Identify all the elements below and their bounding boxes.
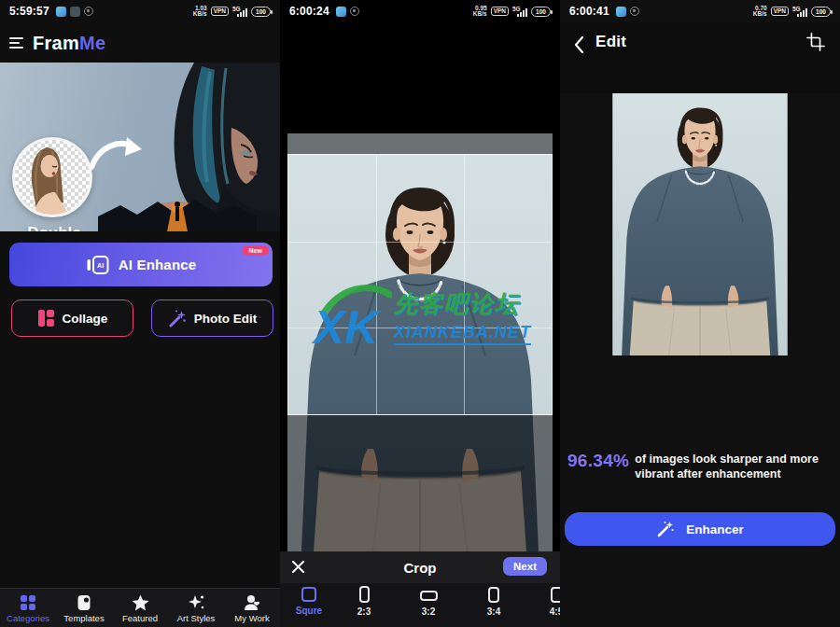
notification-app-icon <box>56 7 66 17</box>
banner-inset-circle <box>12 137 92 217</box>
collage-button[interactable]: Collage <box>11 300 133 337</box>
gear-icon <box>350 7 359 16</box>
close-icon[interactable] <box>291 560 305 574</box>
stat-text: of images look sharper and more vibrant … <box>635 452 834 481</box>
gear-icon <box>630 7 639 16</box>
ratio-2-3[interactable]: 2:3 <box>343 587 385 617</box>
watermark-site: XIANKEBA.NET <box>394 323 531 345</box>
svg-text:AI: AI <box>97 261 104 268</box>
collage-icon <box>37 309 55 327</box>
network-speed: 1.03KB/s <box>193 6 207 18</box>
menu-icon[interactable] <box>9 37 24 49</box>
bottom-nav: Categories Templates Featured <box>0 588 280 627</box>
nav-templates[interactable]: Templates <box>56 589 112 627</box>
watermark-title: 先客吧论坛 <box>394 288 531 319</box>
battery-icon: 100 <box>531 7 551 17</box>
signal-icon: 5G <box>512 6 527 17</box>
battery-icon: 100 <box>251 7 271 17</box>
vpn-badge: VPN <box>211 7 229 17</box>
new-badge: New <box>243 245 269 256</box>
vpn-badge: VPN <box>491 7 509 17</box>
magic-wand-icon <box>168 309 187 327</box>
ratio-3-2[interactable]: 3:2 <box>408 587 449 617</box>
back-icon[interactable] <box>573 35 584 54</box>
crop-icon[interactable] <box>806 33 825 51</box>
crop-toolbar: Crop Next <box>280 551 560 583</box>
gear-icon <box>84 7 93 16</box>
nav-featured[interactable]: Featured <box>112 589 168 627</box>
signal-icon: 5G <box>232 6 247 17</box>
network-speed: 0.95KB/s <box>473 6 487 18</box>
clock: 6:00:41 <box>569 5 609 18</box>
nav-my-work[interactable]: My Work <box>224 589 280 627</box>
home-screen: 5:59:57 1.03KB/s VPN 5G 100 FramMe <box>0 0 280 627</box>
watermark: XK 先客吧论坛 XIANKEBA.NET <box>312 280 541 353</box>
svg-text:XK: XK <box>312 301 382 353</box>
clock: 6:00:24 <box>289 5 329 18</box>
crop-screen: 6:00:24 0.95KB/s VPN 5G 100 <box>280 0 560 627</box>
clock: 5:59:57 <box>9 5 49 18</box>
crop-dim-overlay-bottom <box>287 415 553 551</box>
photo-edit-button[interactable]: Photo Edit <box>151 300 273 337</box>
edit-photo-preview <box>560 93 840 378</box>
battery-icon: 100 <box>811 7 831 17</box>
app-title: FramMe <box>33 33 106 54</box>
screenshot-stage: 5:59:57 1.03KB/s VPN 5G 100 FramMe <box>0 0 840 627</box>
network-speed: 0.70KB/s <box>753 6 767 18</box>
enhancement-stat: 96.34% of images look sharper and more v… <box>567 452 834 481</box>
stat-percent: 96.34% <box>567 452 629 469</box>
status-bar: 6:00:41 0.70KB/s VPN 5G 100 <box>560 0 840 22</box>
aspect-ratio-row: Squre 2:3 3:2 3:4 4:5 <box>280 583 560 627</box>
enhancer-button[interactable]: Enhancer <box>565 512 835 546</box>
ai-enhance-button[interactable]: AI AI Enhance New <box>9 243 273 286</box>
nav-categories[interactable]: Categories <box>0 589 56 627</box>
notification-app-icon <box>616 7 626 17</box>
sparkles-icon <box>188 594 205 611</box>
arrow-icon <box>88 135 146 173</box>
notification-app-icon <box>336 7 346 17</box>
next-button[interactable]: Next <box>503 557 547 576</box>
crop-dim-overlay-top <box>287 133 553 154</box>
xk-logo: XK <box>312 280 392 353</box>
templates-icon <box>77 594 91 611</box>
banner-fire-scene <box>98 183 257 231</box>
star-icon <box>132 594 149 611</box>
notification-app-icon-2 <box>70 7 80 17</box>
ratio-4-5[interactable]: 4:5 <box>536 587 560 617</box>
edit-header: Edit <box>560 22 840 93</box>
enhancer-wand-icon <box>656 520 675 538</box>
ratio-square[interactable]: Squre <box>288 587 329 616</box>
double-exposure-banner[interactable]: Double Exposure Try Now <box>0 63 280 231</box>
edit-screen: 6:00:41 0.70KB/s VPN 5G 100 Edit <box>560 0 840 627</box>
app-header: FramMe <box>0 26 280 60</box>
ai-enhance-icon: AI <box>86 255 109 275</box>
status-bar: 5:59:57 1.03KB/s VPN 5G 100 <box>0 0 280 22</box>
person-icon <box>244 594 260 611</box>
ratio-3-4[interactable]: 3:4 <box>473 587 514 617</box>
vpn-badge: VPN <box>771 7 789 17</box>
banner-title: Double Exposure <box>15 223 93 231</box>
nav-art-styles[interactable]: Art Styles <box>168 589 224 627</box>
categories-grid-icon <box>20 594 36 611</box>
status-bar: 6:00:24 0.95KB/s VPN 5G 100 <box>280 0 560 22</box>
page-title: Edit <box>595 33 626 51</box>
signal-icon: 5G <box>792 6 807 17</box>
